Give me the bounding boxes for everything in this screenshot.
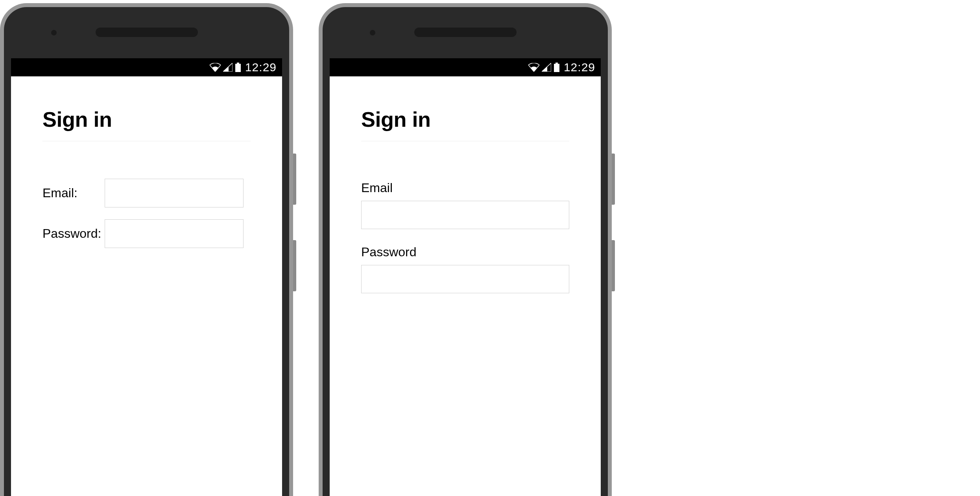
svg-rect-1 xyxy=(235,64,241,72)
app-screen: Sign in Email Password xyxy=(330,76,601,496)
password-input[interactable] xyxy=(105,219,244,248)
password-input[interactable] xyxy=(361,265,569,293)
phone-camera xyxy=(51,30,57,35)
cell-signal-icon xyxy=(223,63,233,72)
wifi-icon xyxy=(528,63,539,72)
email-input[interactable] xyxy=(361,201,569,229)
signin-form: Email Password xyxy=(361,141,569,293)
phone-frame: 12:29 Sign in Email Password xyxy=(319,3,612,496)
cell-signal-icon xyxy=(542,63,551,72)
signin-form: Email: Password: xyxy=(42,141,251,248)
status-time: 12:29 xyxy=(245,61,277,74)
email-field-row: Email: xyxy=(42,179,251,207)
wifi-icon xyxy=(210,63,221,72)
phone-speaker xyxy=(414,28,517,37)
password-field-block: Password xyxy=(361,245,569,293)
phone-mockup-right: 12:29 Sign in Email Password xyxy=(319,0,612,496)
phone-mockup-left: 12:29 Sign in Email: Password: xyxy=(0,0,293,496)
battery-icon xyxy=(235,63,241,72)
status-bar: 12:29 xyxy=(330,58,601,76)
phone-screen-container: 12:29 Sign in Email Password xyxy=(330,58,601,496)
svg-rect-0 xyxy=(237,63,239,64)
phone-side-button xyxy=(293,240,296,291)
email-input[interactable] xyxy=(105,179,244,207)
phone-side-button xyxy=(612,240,615,291)
email-label: Email: xyxy=(42,186,105,200)
page-title: Sign in xyxy=(361,107,569,141)
svg-rect-3 xyxy=(554,64,559,72)
password-label: Password xyxy=(361,245,569,259)
phone-camera xyxy=(370,30,375,35)
status-time: 12:29 xyxy=(564,61,595,74)
email-field-block: Email xyxy=(361,181,569,229)
password-field-row: Password: xyxy=(42,219,251,248)
phone-side-button xyxy=(293,154,296,205)
app-screen: Sign in Email: Password: xyxy=(11,76,282,496)
phone-screen-container: 12:29 Sign in Email: Password: xyxy=(11,58,282,496)
battery-icon xyxy=(554,63,560,72)
password-label: Password: xyxy=(42,226,105,241)
phone-frame: 12:29 Sign in Email: Password: xyxy=(0,3,293,496)
status-bar: 12:29 xyxy=(11,58,282,76)
phone-side-button xyxy=(612,154,615,205)
phone-speaker xyxy=(96,28,198,37)
page-title: Sign in xyxy=(42,107,251,141)
email-label: Email xyxy=(361,181,569,195)
svg-rect-2 xyxy=(556,63,558,64)
